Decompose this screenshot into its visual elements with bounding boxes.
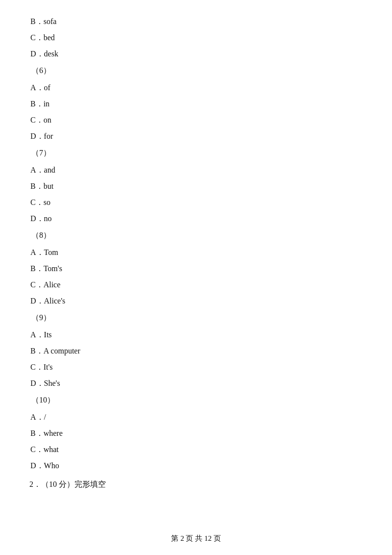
- option-9b: B．A computer: [29, 344, 363, 358]
- option-7b: B．but: [29, 179, 363, 194]
- question-10-label: （10）: [29, 393, 363, 407]
- option-9a: A．Its: [29, 328, 363, 342]
- option-6c: C．on: [29, 113, 363, 127]
- option-7c: C．so: [29, 196, 363, 210]
- option-8d: D．Alice's: [29, 294, 363, 308]
- option-6b: B．in: [29, 97, 363, 111]
- option-8c: C．Alice: [29, 278, 363, 292]
- option-b-sofa: B．sofa: [29, 15, 363, 29]
- option-10a: A．/: [29, 410, 363, 425]
- question-7-label: （7）: [29, 146, 363, 160]
- option-8a: A．Tom: [29, 246, 363, 260]
- option-10d: D．Who: [29, 459, 363, 473]
- option-7a: A．and: [29, 163, 363, 177]
- option-c-bed: C．bed: [29, 31, 363, 45]
- option-6a: A．of: [29, 81, 363, 95]
- option-7d: D．no: [29, 212, 363, 226]
- question-6-label: （6）: [29, 64, 363, 78]
- option-8b: B．Tom's: [29, 262, 363, 276]
- option-d-desk: D．desk: [29, 47, 363, 61]
- question-8-label: （8）: [29, 228, 363, 243]
- option-10c: C．what: [29, 443, 363, 457]
- option-6d: D．for: [29, 129, 363, 144]
- page-content: B．sofa C．bed D．desk （6） A．of B．in C．on D…: [0, 0, 392, 526]
- question-9-label: （9）: [29, 311, 363, 325]
- section-2-label: 2．（10 分）完形填空: [29, 478, 363, 492]
- option-10b: B．where: [29, 427, 363, 441]
- option-9c: C．It's: [29, 360, 363, 375]
- option-9d: D．She's: [29, 377, 363, 391]
- page-footer: 第 2 页 共 12 页: [0, 534, 392, 543]
